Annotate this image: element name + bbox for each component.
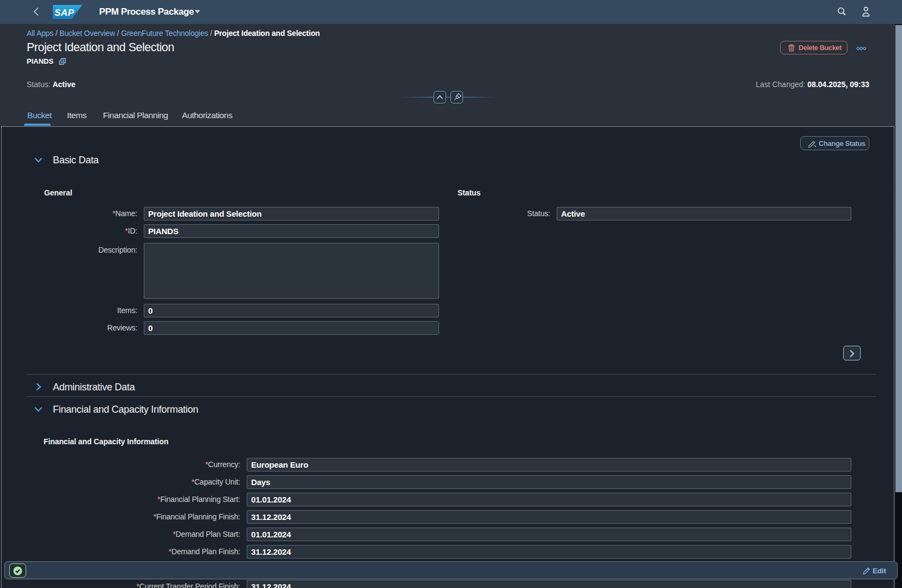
svg-text:SAP: SAP	[54, 8, 75, 18]
